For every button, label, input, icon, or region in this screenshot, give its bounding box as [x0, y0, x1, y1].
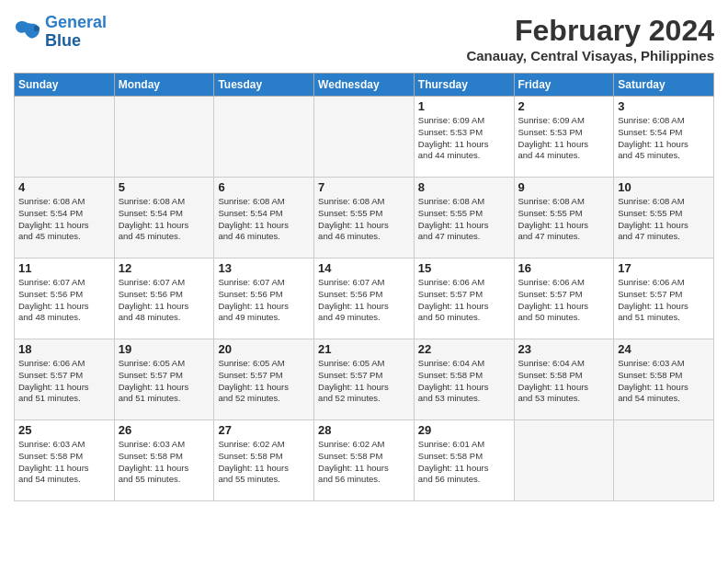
- day-number: 23: [518, 342, 610, 356]
- day-info: Sunrise: 6:08 AM Sunset: 5:55 PM Dayligh…: [318, 196, 410, 243]
- day-number: 12: [119, 261, 210, 275]
- weekday-header-sunday: Sunday: [15, 74, 115, 97]
- day-info: Sunrise: 6:07 AM Sunset: 5:56 PM Dayligh…: [318, 277, 410, 324]
- day-number: 20: [218, 342, 310, 356]
- logo-text: General Blue: [45, 14, 107, 51]
- calendar-cell: 26Sunrise: 6:03 AM Sunset: 5:58 PM Dayli…: [114, 420, 214, 501]
- day-number: 29: [418, 423, 510, 437]
- location-subtitle: Canauay, Central Visayas, Philippines: [466, 48, 714, 63]
- calendar-cell: 23Sunrise: 6:04 AM Sunset: 5:58 PM Dayli…: [514, 339, 614, 420]
- weekday-header-tuesday: Tuesday: [214, 74, 314, 97]
- calendar-cell: [15, 97, 115, 178]
- day-number: 21: [318, 342, 410, 356]
- calendar-cell: [314, 97, 415, 178]
- calendar-table: SundayMondayTuesdayWednesdayThursdayFrid…: [14, 73, 714, 501]
- title-area: February 2024 Canauay, Central Visayas, …: [466, 14, 714, 63]
- day-number: 18: [18, 342, 110, 356]
- day-info: Sunrise: 6:07 AM Sunset: 5:56 PM Dayligh…: [18, 277, 110, 324]
- day-info: Sunrise: 6:03 AM Sunset: 5:58 PM Dayligh…: [18, 439, 110, 486]
- day-info: Sunrise: 6:09 AM Sunset: 5:53 PM Dayligh…: [518, 115, 610, 162]
- calendar-cell: 10Sunrise: 6:08 AM Sunset: 5:55 PM Dayli…: [614, 178, 714, 259]
- calendar-cell: 12Sunrise: 6:07 AM Sunset: 5:56 PM Dayli…: [114, 259, 214, 339]
- day-info: Sunrise: 6:08 AM Sunset: 5:55 PM Dayligh…: [618, 196, 710, 243]
- page-header: General Blue February 2024 Canauay, Cent…: [14, 14, 714, 63]
- weekday-header-row: SundayMondayTuesdayWednesdayThursdayFrid…: [15, 74, 714, 97]
- calendar-cell: 19Sunrise: 6:05 AM Sunset: 5:57 PM Dayli…: [114, 339, 214, 420]
- day-number: 26: [119, 423, 210, 437]
- calendar-cell: [514, 420, 614, 501]
- day-number: 6: [218, 180, 310, 194]
- day-number: 9: [518, 180, 610, 194]
- calendar-week-row: 1Sunrise: 6:09 AM Sunset: 5:53 PM Daylig…: [15, 97, 714, 178]
- logo: General Blue: [14, 14, 107, 51]
- calendar-cell: 16Sunrise: 6:06 AM Sunset: 5:57 PM Dayli…: [514, 259, 614, 339]
- weekday-header-thursday: Thursday: [414, 74, 514, 97]
- calendar-cell: 18Sunrise: 6:06 AM Sunset: 5:57 PM Dayli…: [15, 339, 115, 420]
- day-info: Sunrise: 6:05 AM Sunset: 5:57 PM Dayligh…: [119, 358, 210, 405]
- calendar-week-row: 18Sunrise: 6:06 AM Sunset: 5:57 PM Dayli…: [15, 339, 714, 420]
- day-number: 17: [618, 261, 710, 275]
- calendar-cell: [614, 420, 714, 501]
- day-number: 4: [18, 180, 110, 194]
- day-info: Sunrise: 6:06 AM Sunset: 5:57 PM Dayligh…: [518, 277, 610, 324]
- day-number: 7: [318, 180, 410, 194]
- calendar-cell: 2Sunrise: 6:09 AM Sunset: 5:53 PM Daylig…: [514, 97, 614, 178]
- day-info: Sunrise: 6:09 AM Sunset: 5:53 PM Dayligh…: [418, 115, 510, 162]
- day-number: 24: [618, 342, 710, 356]
- day-number: 28: [318, 423, 410, 437]
- calendar-cell: 17Sunrise: 6:06 AM Sunset: 5:57 PM Dayli…: [614, 259, 714, 339]
- calendar-cell: 27Sunrise: 6:02 AM Sunset: 5:58 PM Dayli…: [214, 420, 314, 501]
- calendar-cell: 13Sunrise: 6:07 AM Sunset: 5:56 PM Dayli…: [214, 259, 314, 339]
- day-number: 15: [418, 261, 510, 275]
- day-info: Sunrise: 6:08 AM Sunset: 5:54 PM Dayligh…: [618, 115, 710, 162]
- day-info: Sunrise: 6:03 AM Sunset: 5:58 PM Dayligh…: [119, 439, 210, 486]
- calendar-cell: 29Sunrise: 6:01 AM Sunset: 5:58 PM Dayli…: [414, 420, 514, 501]
- logo-icon: [14, 19, 41, 45]
- calendar-cell: 14Sunrise: 6:07 AM Sunset: 5:56 PM Dayli…: [314, 259, 415, 339]
- weekday-header-monday: Monday: [114, 74, 214, 97]
- calendar-cell: 28Sunrise: 6:02 AM Sunset: 5:58 PM Dayli…: [314, 420, 415, 501]
- calendar-cell: 21Sunrise: 6:05 AM Sunset: 5:57 PM Dayli…: [314, 339, 415, 420]
- calendar-cell: 3Sunrise: 6:08 AM Sunset: 5:54 PM Daylig…: [614, 97, 714, 178]
- day-info: Sunrise: 6:08 AM Sunset: 5:55 PM Dayligh…: [518, 196, 610, 243]
- day-number: 19: [119, 342, 210, 356]
- calendar-cell: 1Sunrise: 6:09 AM Sunset: 5:53 PM Daylig…: [414, 97, 514, 178]
- calendar-cell: 22Sunrise: 6:04 AM Sunset: 5:58 PM Dayli…: [414, 339, 514, 420]
- day-number: 27: [218, 423, 310, 437]
- calendar-cell: 9Sunrise: 6:08 AM Sunset: 5:55 PM Daylig…: [514, 178, 614, 259]
- calendar-cell: 25Sunrise: 6:03 AM Sunset: 5:58 PM Dayli…: [15, 420, 115, 501]
- day-info: Sunrise: 6:08 AM Sunset: 5:54 PM Dayligh…: [18, 196, 110, 243]
- day-info: Sunrise: 6:05 AM Sunset: 5:57 PM Dayligh…: [318, 358, 410, 405]
- day-info: Sunrise: 6:02 AM Sunset: 5:58 PM Dayligh…: [218, 439, 310, 486]
- day-info: Sunrise: 6:07 AM Sunset: 5:56 PM Dayligh…: [119, 277, 210, 324]
- day-number: 5: [119, 180, 210, 194]
- day-info: Sunrise: 6:04 AM Sunset: 5:58 PM Dayligh…: [518, 358, 610, 405]
- day-number: 16: [518, 261, 610, 275]
- day-info: Sunrise: 6:01 AM Sunset: 5:58 PM Dayligh…: [418, 439, 510, 486]
- weekday-header-saturday: Saturday: [614, 74, 714, 97]
- calendar-cell: 7Sunrise: 6:08 AM Sunset: 5:55 PM Daylig…: [314, 178, 415, 259]
- day-number: 10: [618, 180, 710, 194]
- day-number: 2: [518, 99, 610, 113]
- calendar-cell: 6Sunrise: 6:08 AM Sunset: 5:54 PM Daylig…: [214, 178, 314, 259]
- day-number: 3: [618, 99, 710, 113]
- day-info: Sunrise: 6:08 AM Sunset: 5:55 PM Dayligh…: [418, 196, 510, 243]
- calendar-cell: 24Sunrise: 6:03 AM Sunset: 5:58 PM Dayli…: [614, 339, 714, 420]
- calendar-cell: 8Sunrise: 6:08 AM Sunset: 5:55 PM Daylig…: [414, 178, 514, 259]
- day-info: Sunrise: 6:06 AM Sunset: 5:57 PM Dayligh…: [18, 358, 110, 405]
- day-number: 14: [318, 261, 410, 275]
- day-info: Sunrise: 6:03 AM Sunset: 5:58 PM Dayligh…: [618, 358, 710, 405]
- calendar-week-row: 4Sunrise: 6:08 AM Sunset: 5:54 PM Daylig…: [15, 178, 714, 259]
- weekday-header-wednesday: Wednesday: [314, 74, 415, 97]
- month-title: February 2024: [466, 14, 714, 48]
- day-info: Sunrise: 6:04 AM Sunset: 5:58 PM Dayligh…: [418, 358, 510, 405]
- day-info: Sunrise: 6:06 AM Sunset: 5:57 PM Dayligh…: [618, 277, 710, 324]
- day-info: Sunrise: 6:08 AM Sunset: 5:54 PM Dayligh…: [119, 196, 210, 243]
- calendar-week-row: 25Sunrise: 6:03 AM Sunset: 5:58 PM Dayli…: [15, 420, 714, 501]
- day-number: 13: [218, 261, 310, 275]
- calendar-cell: 4Sunrise: 6:08 AM Sunset: 5:54 PM Daylig…: [15, 178, 115, 259]
- day-info: Sunrise: 6:07 AM Sunset: 5:56 PM Dayligh…: [218, 277, 310, 324]
- calendar-cell: [114, 97, 214, 178]
- calendar-week-row: 11Sunrise: 6:07 AM Sunset: 5:56 PM Dayli…: [15, 259, 714, 339]
- day-info: Sunrise: 6:05 AM Sunset: 5:57 PM Dayligh…: [218, 358, 310, 405]
